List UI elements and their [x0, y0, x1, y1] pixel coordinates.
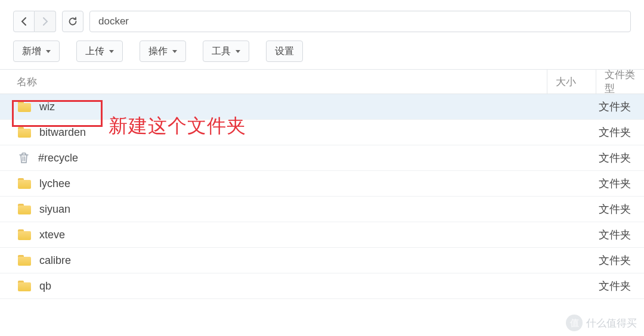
column-header-size[interactable]: 大小 — [547, 70, 596, 94]
action-button[interactable]: 操作 — [140, 41, 186, 62]
table-row[interactable]: qb文件夹 — [0, 273, 644, 299]
new-button-label: 新增 — [22, 45, 41, 58]
nav-group — [13, 11, 56, 32]
new-button[interactable]: 新增 — [13, 41, 60, 62]
file-name: xteve — [39, 229, 65, 241]
cell-type: 文件夹 — [596, 253, 644, 267]
table-row[interactable]: #recycle文件夹 — [0, 145, 644, 171]
tool-button-label: 工具 — [212, 45, 231, 58]
file-name: wiz — [39, 101, 55, 113]
cell-type: 文件夹 — [596, 99, 644, 114]
folder-icon — [18, 127, 31, 138]
cell-type: 文件夹 — [596, 279, 644, 293]
tool-button[interactable]: 工具 — [203, 41, 249, 62]
table-row[interactable]: xteve文件夹 — [0, 222, 644, 248]
back-button[interactable] — [13, 11, 35, 32]
cell-type: 文件夹 — [596, 151, 644, 165]
watermark-text: 什么值得买 — [586, 316, 637, 330]
file-name: #recycle — [38, 152, 78, 164]
action-toolbar: 新增 上传 操作 工具 设置 — [0, 37, 644, 69]
watermark: 值 什么值得买 — [566, 315, 637, 331]
upload-button[interactable]: 上传 — [76, 41, 123, 62]
folder-icon — [18, 101, 31, 112]
caret-down-icon — [236, 50, 240, 53]
folder-icon — [18, 255, 31, 266]
cell-name: qb — [0, 280, 547, 293]
annotation-text: 新建这个文件夹 — [109, 113, 246, 139]
refresh-button[interactable] — [62, 11, 83, 32]
file-name: lychee — [39, 178, 70, 190]
folder-icon — [18, 281, 31, 291]
folder-icon — [18, 178, 31, 189]
chevron-right-icon — [42, 17, 48, 26]
column-header-type[interactable]: 文件类型 — [596, 70, 644, 94]
path-input[interactable] — [89, 11, 631, 32]
caret-down-icon — [172, 50, 177, 53]
file-list: wiz文件夹bitwarden文件夹#recycle文件夹lychee文件夹si… — [0, 94, 644, 299]
cell-name: #recycle — [0, 152, 547, 164]
table-row[interactable]: bitwarden文件夹 — [0, 120, 644, 145]
refresh-icon — [68, 17, 78, 26]
file-name: bitwarden — [39, 126, 86, 139]
watermark-badge: 值 — [566, 315, 583, 331]
table-row[interactable]: wiz文件夹 — [0, 94, 644, 120]
column-header-name[interactable]: 名称 — [0, 70, 547, 94]
caret-down-icon — [109, 50, 114, 53]
cell-type: 文件夹 — [596, 228, 644, 242]
cell-name: wiz — [0, 101, 547, 113]
trash-icon — [18, 152, 30, 164]
file-name: qb — [39, 280, 51, 293]
upload-button-label: 上传 — [85, 45, 104, 58]
cell-type: 文件夹 — [596, 125, 644, 139]
cell-name: xteve — [0, 229, 547, 241]
table-row[interactable]: siyuan文件夹 — [0, 197, 644, 222]
table-row[interactable]: lychee文件夹 — [0, 171, 644, 197]
top-toolbar — [0, 0, 644, 37]
file-name: calibre — [39, 254, 71, 267]
forward-button[interactable] — [35, 11, 56, 32]
caret-down-icon — [46, 50, 51, 53]
table-header: 名称 大小 文件类型 — [0, 69, 644, 94]
cell-name: calibre — [0, 254, 547, 267]
cell-type: 文件夹 — [596, 202, 644, 216]
cell-name: siyuan — [0, 203, 547, 216]
cell-type: 文件夹 — [596, 176, 644, 191]
action-button-label: 操作 — [148, 45, 168, 58]
cell-name: bitwarden — [0, 126, 547, 139]
table-row[interactable]: calibre文件夹 — [0, 248, 644, 273]
chevron-left-icon — [21, 17, 27, 26]
cell-name: lychee — [0, 178, 547, 190]
file-name: siyuan — [39, 203, 70, 216]
folder-icon — [18, 229, 31, 240]
settings-button[interactable]: 设置 — [266, 41, 303, 62]
settings-button-label: 设置 — [275, 45, 294, 58]
folder-icon — [18, 204, 31, 214]
